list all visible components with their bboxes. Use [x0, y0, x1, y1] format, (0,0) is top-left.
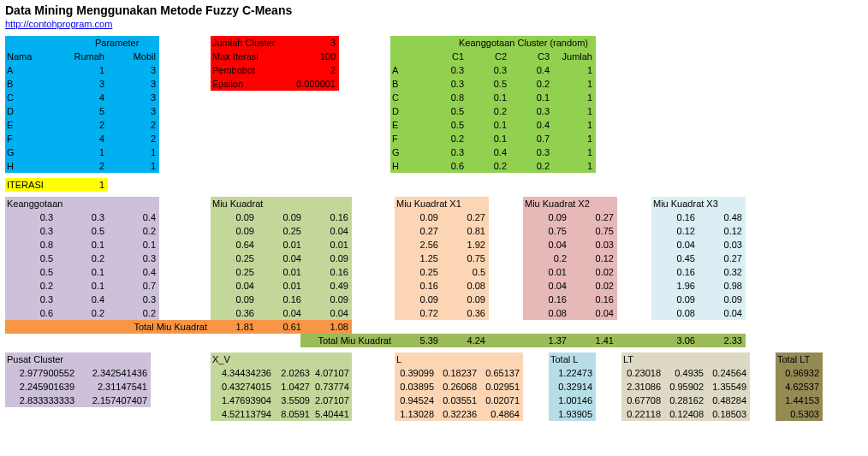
table-cell: 0.1: [467, 132, 510, 145]
table-cell: 0.32236: [437, 407, 480, 421]
table-cell: 0.09: [211, 210, 258, 224]
table-cell: 0.48: [699, 210, 746, 224]
table-cell: 0.2: [108, 306, 159, 320]
iterasi-row: ITERASI 1: [5, 178, 863, 192]
table-cell: 0.4: [108, 265, 159, 279]
table-cell: 0.3: [425, 145, 467, 159]
pusat-cluster-block: Pusat Cluster 2.9779005522.3425414362.24…: [5, 352, 151, 421]
membership-block: Keanggotaan Cluster (random) C1 C2 C3 Ju…: [390, 36, 596, 173]
table-cell: 3: [108, 91, 159, 104]
table-cell: 2: [56, 118, 108, 132]
table-cell: 0.2: [56, 252, 108, 265]
table-cell: 0.09: [442, 293, 489, 306]
table-cell: 0.09: [211, 293, 258, 306]
table-cell: 1.0427: [275, 380, 313, 394]
table-cell: 0.09: [651, 293, 699, 306]
table-cell: 0.08: [523, 306, 570, 320]
source-link[interactable]: http://contohprogram.com: [5, 19, 112, 29]
table-cell: 0.3: [108, 293, 159, 306]
col-rumah: Rumah: [56, 50, 108, 63]
table-cell: 0.3: [108, 252, 159, 265]
table-cell: C: [390, 91, 425, 104]
table-cell: 0.5303: [776, 407, 823, 421]
table-cell: 0.7: [108, 279, 159, 293]
table-cell: 0.75: [570, 224, 617, 238]
table-cell: 0.4: [510, 63, 553, 77]
table-cell: 0.01: [258, 265, 305, 279]
table-cell: 0.04: [258, 306, 305, 320]
table-cell: 0.5: [425, 118, 467, 132]
table-cell: 0.8: [5, 238, 56, 252]
xv-block: X_V 4.344342362.02634.071070.432740151.0…: [211, 352, 352, 421]
table-cell: 100: [288, 50, 339, 63]
table-cell: 0.09: [395, 210, 442, 224]
table-cell: 0.12: [651, 224, 699, 238]
table-cell: 0.98: [699, 279, 746, 293]
table-cell: 0.02: [570, 279, 617, 293]
table-cell: 0.01: [523, 265, 570, 279]
table-cell: 0.1: [467, 91, 510, 104]
table-cell: 0.45: [651, 252, 699, 265]
table-cell: 1.93905: [549, 407, 596, 421]
table-cell: 0.5: [467, 77, 510, 91]
table-cell: D: [5, 104, 56, 118]
table-cell: 0.25: [258, 224, 305, 238]
table-cell: 0.04: [523, 279, 570, 293]
table-cell: 0.3: [56, 210, 108, 224]
table-cell: 0.08: [442, 279, 489, 293]
table-cell: 0.01: [258, 238, 305, 252]
table-cell: 0.2: [425, 132, 467, 145]
table-cell: 1: [56, 145, 108, 159]
col-nama: Nama: [5, 50, 56, 63]
table-cell: 0.3: [467, 63, 510, 77]
table-cell: 0.3: [5, 224, 56, 238]
table-cell: 0.3: [5, 210, 56, 224]
table-cell: 0.18237: [437, 366, 480, 380]
total-l-block: Total L 1.224730.329141.001461.93905: [549, 352, 596, 421]
table-cell: 0.32: [699, 265, 746, 279]
table-cell: 0.27: [699, 252, 746, 265]
table-cell: 0.1: [56, 265, 108, 279]
table-cell: 0.3: [425, 63, 467, 77]
table-cell: 0.27: [395, 224, 442, 238]
table-cell: 2.31086: [621, 380, 664, 394]
table-cell: 0.26068: [437, 380, 480, 394]
table-cell: 3: [108, 77, 159, 91]
table-cell: 0.24564: [707, 366, 750, 380]
table-cell: 0.2: [467, 104, 510, 118]
table-cell: 3: [288, 36, 339, 50]
table-cell: 0.4: [467, 145, 510, 159]
table-cell: 0.73774: [313, 380, 352, 394]
table-cell: 2.157407407: [78, 394, 151, 407]
table-cell: 0.000001: [288, 77, 339, 91]
page-title: Data Mining Menggunakan Metode Fuzzy C-M…: [5, 3, 863, 17]
table-cell: 0.16: [305, 265, 352, 279]
table-cell: 0.12408: [664, 407, 707, 421]
table-cell: 0.43274015: [211, 380, 275, 394]
table-cell: 0.01: [258, 279, 305, 293]
table-cell: C: [5, 91, 56, 104]
table-cell: E: [390, 118, 425, 132]
table-cell: 0.3: [510, 104, 553, 118]
table-cell: Max Iterasi: [211, 50, 288, 63]
table-cell: 0.5: [56, 224, 108, 238]
table-cell: 0.16: [395, 279, 442, 293]
table-cell: 0.67708: [621, 394, 664, 407]
table-cell: 2.31147541: [78, 380, 151, 394]
table-cell: 0.4935: [664, 366, 707, 380]
col-mobil: Mobil: [108, 50, 159, 63]
table-cell: 1: [553, 159, 596, 173]
table-cell: 1: [553, 118, 596, 132]
table-cell: 0.5: [442, 265, 489, 279]
table-cell: 0.5: [5, 252, 56, 265]
table-cell: 4.34434236: [211, 366, 275, 380]
table-cell: 0.04: [305, 306, 352, 320]
table-cell: 2.0263: [275, 366, 313, 380]
table-cell: 0.32914: [549, 380, 596, 394]
table-cell: 1: [108, 159, 159, 173]
table-cell: 1: [553, 63, 596, 77]
membership-header: Keanggotaan Cluster (random): [425, 36, 596, 50]
table-cell: 0.01: [305, 238, 352, 252]
table-cell: 1.92: [442, 238, 489, 252]
total-lt-block: Total LT 0.969324.625371.441530.5303: [776, 352, 823, 421]
